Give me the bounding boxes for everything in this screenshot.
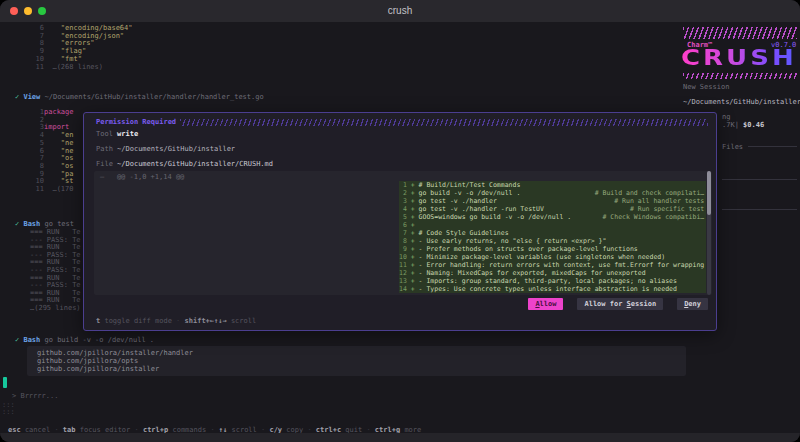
files-header-rule	[748, 146, 797, 147]
prompt-chevron: >	[12, 392, 16, 400]
sidebar-divider-1	[722, 179, 797, 180]
queued-message-text: Brrrrr...	[20, 392, 58, 400]
diff-line: 9 + - Prefer methods on structs over pac…	[399, 245, 706, 253]
code-snippet-handler-test: 1package23import4 "en5 "ne6 "ne7 "os8 "o…	[30, 109, 74, 194]
crush-terminal-window: crush 6 "encoding/base64"7 "encoding/jso…	[0, 0, 800, 442]
bash-section-header-2: ✓ Bash go build -v -o /dev/null .	[15, 336, 154, 344]
diff-line: 12 + - Naming: MixedCaps for exported, m…	[399, 269, 706, 277]
view-tool-label: View	[23, 93, 40, 101]
diff-line: 6 +	[399, 221, 706, 229]
code-line: 11 …(170	[30, 186, 74, 194]
code-line: 11 …(268 lines)	[30, 64, 133, 72]
bash-section-header-1: ✓ Bash go test	[15, 220, 74, 228]
crush-logo: CRUSH	[681, 47, 797, 68]
code-line: 1package	[30, 109, 74, 117]
session-name: New Session	[683, 83, 729, 91]
sidebar-divider-2	[722, 209, 797, 210]
editor-prompt-line[interactable]: > Brrrrr...	[12, 392, 58, 400]
diff-viewer[interactable]: – @@ -1,0 +1,14 @@ 1 + # Build/Lint/Test…	[94, 171, 712, 295]
diff-hunk-header: – @@ -1,0 +1,14 @@	[100, 173, 184, 181]
go-build-output: github.com/jpillora/installer/handler gi…	[27, 346, 686, 373]
dialog-hint-row: t toggle diff mode · shift+←↑↓→ scroll	[96, 317, 256, 325]
code-snippet-imports: 6 "encoding/base64"7 "encoding/json"8 "e…	[30, 25, 133, 71]
diff-line: 5 + GOOS=windows go build -v -o /dev/nul…	[399, 213, 706, 221]
bash-command-1: go test	[45, 220, 75, 228]
go-build-output-panel: github.com/jpillora/installer/handler gi…	[27, 346, 686, 376]
logo-stripes-top	[683, 27, 797, 39]
dialog-button-row: AllowAllow for SessionDeny	[514, 298, 708, 310]
working-directory: ~/Documents/GitHub/installer	[683, 98, 800, 106]
diff-line: 10 + - Minimize package-level variables …	[399, 253, 706, 261]
diff-scrollbar-thumb[interactable]	[707, 171, 711, 215]
diff-line: 11 + - Error handling: return errors wit…	[399, 261, 706, 269]
diff-scrollbar[interactable]	[707, 171, 711, 295]
session-tokens-cost: .7K| $0.46	[722, 121, 764, 129]
check-icon: ✓	[15, 336, 19, 344]
titlebar[interactable]: crush	[0, 0, 800, 22]
file-value: ~/Documents/GitHub/installer/CRUSH.md	[117, 160, 273, 168]
check-icon: ✓	[15, 220, 19, 228]
file-row: File ~/Documents/GitHub/installer/CRUSH.…	[96, 160, 273, 168]
check-icon: ✓	[15, 93, 19, 101]
bash-tool-label: Bash	[23, 220, 40, 228]
path-value: ~/Documents/GitHub/installer	[117, 145, 235, 153]
window-bottom-strip	[0, 433, 800, 442]
go-test-output: === RUN Te --- PASS: Te === RUN Te --- P…	[30, 229, 81, 313]
permission-dialog: Permission Required Tool write Path ~/Do…	[83, 112, 717, 331]
diff-line: 8 + - Use early returns, no "else { retu…	[399, 237, 706, 245]
button-allow[interactable]: Allow	[528, 298, 563, 310]
diff-line: 1 + # Build/Lint/Test Commands	[399, 181, 706, 189]
editor-cursor[interactable]	[3, 377, 7, 388]
tool-name: write	[117, 130, 138, 138]
files-section-header: Files	[722, 143, 743, 151]
button-allow-for-session[interactable]: Allow for Session	[577, 298, 663, 310]
tool-row: Tool write	[96, 130, 138, 138]
diff-line: 4 + go test -v ./handler -run TestUV # R…	[399, 205, 706, 213]
path-row: Path ~/Documents/GitHub/installer	[96, 145, 235, 153]
diff-line: 14 + - Types: Use concrete types unless …	[399, 285, 706, 293]
view-file-path: ~/Documents/GitHub/installer/handler/han…	[45, 93, 264, 101]
session-detail-line1: ng	[722, 113, 730, 121]
diff-line: 2 + go build -v -o /dev/null . # Build a…	[399, 189, 706, 197]
window-title: crush	[0, 5, 800, 16]
diff-line: 3 + go test -v ./handler # Run all handl…	[399, 197, 706, 205]
button-deny[interactable]: Deny	[677, 298, 708, 310]
view-section-header: ✓ View ~/Documents/GitHub/installer/hand…	[15, 93, 264, 101]
editor-drag-handle[interactable]: ::: :::	[2, 402, 15, 416]
diff-line: 13 + - Imports: group standard, third-pa…	[399, 277, 706, 285]
bash-command-2: go build -v -o /dev/null .	[45, 336, 155, 344]
dialog-title: Permission Required	[96, 118, 176, 126]
logo-stripes-bottom	[683, 73, 797, 79]
dialog-title-stripes	[180, 119, 708, 126]
diff-added-lines: 1 + # Build/Lint/Test Commands 2 + go bu…	[399, 181, 706, 293]
diff-line: 7 + # Code Style Guidelines	[399, 229, 706, 237]
bash-tool-label: Bash	[23, 336, 40, 344]
